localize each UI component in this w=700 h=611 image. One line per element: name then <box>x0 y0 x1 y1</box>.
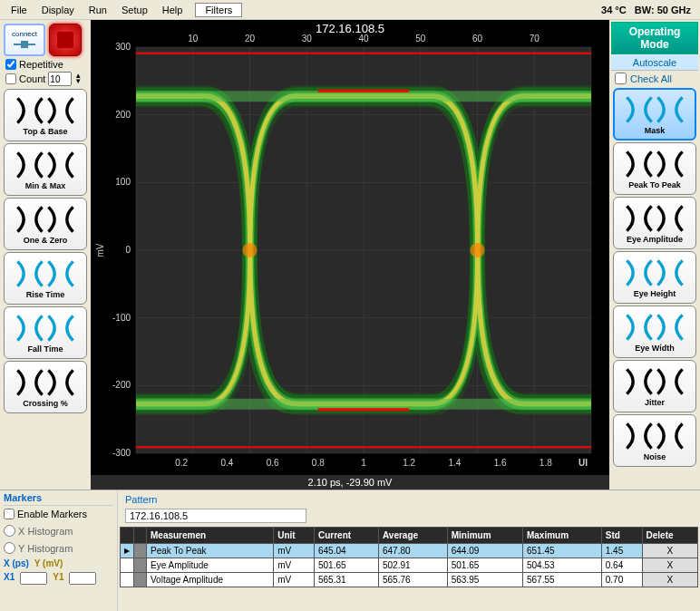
row-handle[interactable] <box>134 573 147 587</box>
filters-button[interactable]: Filters <box>195 3 242 17</box>
noise-button[interactable]: Noise <box>613 414 696 467</box>
menu-bar: File Display Run Setup Help Filters 34 °… <box>0 0 700 20</box>
svg-text:mV: mV <box>95 243 105 257</box>
row-handle[interactable] <box>134 544 147 558</box>
svg-point-20 <box>471 243 485 257</box>
svg-text:1.4: 1.4 <box>448 458 461 468</box>
count-label: Count <box>19 73 45 84</box>
meas-average: 502.91 <box>379 558 448 573</box>
meas-average: 647.80 <box>379 544 448 558</box>
count-spinner[interactable]: ▲▼ <box>74 73 82 84</box>
repetitive-checkbox[interactable] <box>5 59 16 70</box>
min-max-label: Min & Max <box>25 181 66 190</box>
svg-text:1.2: 1.2 <box>403 458 415 468</box>
top-base-button[interactable]: Top & Base <box>4 89 87 141</box>
eye-amplitude-label: Eye Amplitude <box>627 235 683 244</box>
temperature-status: 34 °C <box>601 5 627 15</box>
right-toolbar: OperatingMode Autoscale Check All Mask P… <box>609 20 700 490</box>
pattern-tab[interactable]: Pattern <box>120 492 698 507</box>
enable-markers-label: Enable Markers <box>17 509 87 519</box>
count-checkbox[interactable] <box>5 73 16 84</box>
meas-average: 565.76 <box>379 573 448 587</box>
meas-std: 0.64 <box>601 558 642 573</box>
check-all-checkbox[interactable] <box>615 73 627 84</box>
meas-maximum: 651.45 <box>522 544 601 558</box>
menu-help[interactable]: Help <box>155 3 190 17</box>
connect-label: connect <box>12 30 37 38</box>
table-header: Std <box>601 528 642 544</box>
jitter-button[interactable]: Jitter <box>613 360 696 412</box>
fall-time-label: Fall Time <box>28 344 63 354</box>
row-selector-icon[interactable] <box>121 573 134 587</box>
eye-amplitude-button[interactable]: Eye Amplitude <box>613 197 696 249</box>
menu-setup[interactable]: Setup <box>114 3 155 17</box>
delete-button[interactable]: X <box>642 558 697 573</box>
meas-maximum: 567.55 <box>522 573 601 587</box>
table-row[interactable]: ▶ Peak To Peak mV 645.04 647.80 644.09 6… <box>121 544 698 558</box>
menu-run[interactable]: Run <box>82 3 114 17</box>
table-header: Current <box>314 528 378 544</box>
measurements-table: MeasuremenUnitCurrentAverageMinimumMaxim… <box>120 527 698 587</box>
meas-unit: mV <box>274 573 315 587</box>
table-header: Delete <box>642 528 697 544</box>
menu-file[interactable]: File <box>4 3 34 17</box>
row-handle[interactable] <box>134 558 147 573</box>
eye-width-button[interactable]: Eye Width <box>613 306 696 358</box>
x-histogram-radio[interactable] <box>4 525 15 537</box>
x1-label: X1 <box>4 572 15 585</box>
svg-text:1.6: 1.6 <box>494 458 507 468</box>
svg-text:1: 1 <box>361 458 366 468</box>
crossing-button[interactable]: Crossing % <box>4 361 87 413</box>
svg-point-19 <box>243 243 258 257</box>
pattern-ip-field[interactable]: 172.16.108.5 <box>125 509 306 523</box>
autoscale-button[interactable]: Autoscale <box>611 54 698 71</box>
y1-label: Y1 <box>53 572 63 585</box>
operating-mode-button[interactable]: OperatingMode <box>611 22 698 54</box>
connector-icon <box>12 38 37 51</box>
meas-current: 501.65 <box>314 558 378 573</box>
svg-text:300: 300 <box>115 42 131 52</box>
meas-unit: mV <box>274 558 315 573</box>
measurements-panel: Pattern 172.16.108.5 MeasuremenUnitCurre… <box>118 490 700 611</box>
check-all-label: Check All <box>630 73 672 84</box>
one-zero-label: One & Zero <box>24 236 68 245</box>
table-header <box>121 528 134 544</box>
one-zero-button[interactable]: One & Zero <box>4 198 87 250</box>
crossing-label: Crossing % <box>23 399 68 408</box>
svg-rect-1 <box>21 41 28 48</box>
eye-height-button[interactable]: Eye Height <box>613 251 696 304</box>
svg-text:-100: -100 <box>112 313 131 323</box>
svg-text:-300: -300 <box>112 448 131 458</box>
status-readout: 34 °C BW: 50 GHz <box>601 5 696 15</box>
table-header: Maximum <box>522 528 601 544</box>
enable-markers-checkbox[interactable] <box>4 509 15 519</box>
count-input[interactable] <box>48 72 72 86</box>
markers-panel: Markers Enable Markers X Histogram Y His… <box>0 490 118 611</box>
menu-display[interactable]: Display <box>34 3 82 17</box>
meas-maximum: 504.53 <box>522 558 601 573</box>
row-selector-icon[interactable] <box>121 558 134 573</box>
meas-name: Eye Amplitude <box>147 558 274 573</box>
markers-title: Markers <box>4 492 113 506</box>
table-row[interactable]: Voltage Amplitude mV 565.31 565.76 563.9… <box>121 573 698 587</box>
cursor-readout: 2.10 ps, -29.90 mV <box>91 475 609 490</box>
left-toolbar: connect Repetitive Count ▲▼ Top & Base M… <box>0 20 91 490</box>
y1-input[interactable] <box>69 572 96 585</box>
min-max-button[interactable]: Min & Max <box>4 143 87 196</box>
eye-diagram-plot[interactable]: 172.16.108.5 3002001000-100-200-300mV102… <box>91 20 609 490</box>
y-histogram-radio[interactable] <box>4 542 15 554</box>
stop-button[interactable] <box>49 24 82 56</box>
x1-input[interactable] <box>20 572 47 585</box>
svg-text:-200: -200 <box>112 380 131 390</box>
rise-time-label: Rise Time <box>26 290 64 299</box>
delete-button[interactable]: X <box>642 544 697 558</box>
peak-to-peak-button[interactable]: Peak To Peak <box>613 142 696 195</box>
mask-button[interactable]: Mask <box>613 88 696 141</box>
connect-button[interactable]: connect <box>4 24 45 56</box>
meas-current: 565.31 <box>314 573 378 587</box>
rise-time-button[interactable]: Rise Time <box>4 252 87 305</box>
table-row[interactable]: Eye Amplitude mV 501.65 502.91 501.65 50… <box>121 558 698 573</box>
fall-time-button[interactable]: Fall Time <box>4 306 87 359</box>
delete-button[interactable]: X <box>642 573 697 587</box>
row-selector-icon[interactable]: ▶ <box>121 544 134 558</box>
